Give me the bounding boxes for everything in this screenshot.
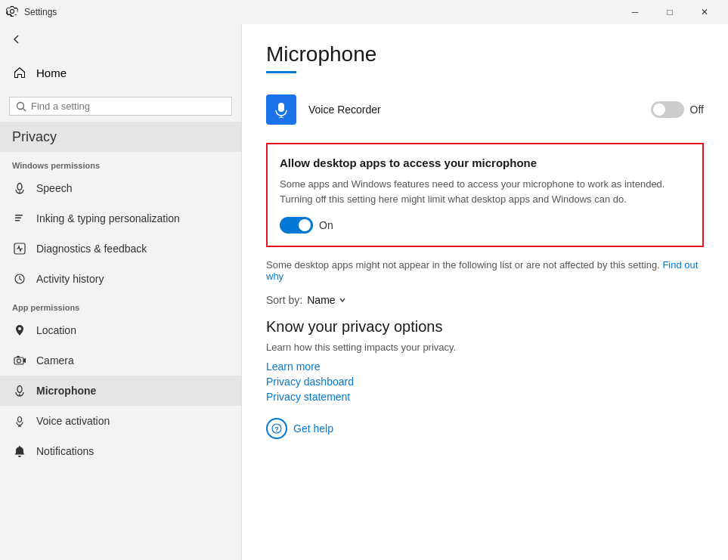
desktop-apps-toggle-label: On [319,219,333,231]
sidebar-item-voice[interactable]: Voice activation [0,406,241,436]
sidebar-item-label: Speech [36,182,72,194]
info-text: Some desktop apps might not appear in th… [266,259,704,282]
titlebar-controls: ─ □ ✕ [618,0,722,24]
voice-recorder-icon-box [266,94,296,125]
svg-point-0 [17,102,24,109]
sidebar-item-inking[interactable]: Inking & typing personalization [0,203,241,234]
sidebar-item-camera[interactable]: Camera [0,345,241,376]
privacy-section-label: Privacy [0,122,241,152]
sidebar-item-location[interactable]: Location [0,315,241,345]
titlebar: Settings ─ □ ✕ [0,0,728,24]
notifications-icon [12,444,27,459]
sidebar-item-home[interactable]: Home [0,54,241,91]
sidebar-home-label: Home [36,67,67,79]
privacy-section-desc: Learn how this setting impacts your priv… [266,342,704,353]
sidebar-item-label: Inking & typing personalization [36,212,180,224]
sidebar-item-label: Camera [36,354,74,367]
sidebar-item-label: Voice activation [36,415,110,427]
get-help-link[interactable]: Get help [293,422,333,435]
main-content: Microphone Voice Recorder Off [242,24,728,560]
privacy-section: Know your privacy options Learn how this… [266,318,704,403]
back-icon [12,35,21,44]
toggle-thumb [653,104,665,116]
sidebar-item-speech[interactable]: Speech [0,173,241,203]
titlebar-title: Settings [24,7,57,17]
diagnostics-icon [12,241,27,256]
app-container: Home Privacy Windows permissions [0,24,728,560]
chevron-down-icon [339,296,346,304]
voice-recorder-toggle-container: Off [651,101,704,118]
get-help-row[interactable]: ? Get help [266,418,704,439]
speech-icon [12,181,27,196]
back-button[interactable] [0,24,241,54]
sort-dropdown[interactable]: Name [307,294,345,306]
voice-recorder-name: Voice Recorder [308,104,639,116]
svg-text:?: ? [274,425,279,433]
info-text-content: Some desktop apps might not appear in th… [266,259,660,271]
svg-point-12 [17,386,22,393]
svg-rect-4 [15,215,23,216]
sort-value: Name [307,294,335,306]
learn-more-link[interactable]: Learn more [266,360,704,373]
svg-point-14 [18,417,22,422]
search-input[interactable] [31,101,225,112]
privacy-label: Privacy [12,129,57,145]
svg-rect-6 [15,220,20,221]
sidebar-item-label: Microphone [36,385,96,397]
svg-rect-17 [278,103,284,112]
sidebar: Home Privacy Windows permissions [0,24,242,560]
sidebar-item-label: Location [36,324,76,336]
voice-recorder-icon [273,101,290,118]
sort-label: Sort by: [266,294,302,306]
location-icon [12,323,27,338]
svg-line-1 [23,108,26,111]
maximize-button[interactable]: □ [652,0,687,24]
toggle-thumb [299,219,311,231]
desktop-apps-desc: Some apps and Windows features need to a… [280,177,690,206]
sort-row: Sort by: Name [266,294,704,306]
minimize-button[interactable]: ─ [618,0,652,24]
voice-recorder-toggle[interactable] [651,101,684,118]
svg-rect-11 [17,356,20,357]
voice-icon [12,413,27,429]
svg-rect-9 [14,357,23,364]
close-button[interactable]: ✕ [687,0,722,24]
inking-icon [12,211,27,226]
home-icon [12,65,27,80]
svg-point-2 [17,184,22,190]
camera-icon [12,353,27,368]
voice-recorder-row: Voice Recorder Off [266,88,704,131]
windows-permissions-label: Windows permissions [0,152,241,173]
desktop-apps-toggle[interactable] [280,217,313,234]
desktop-apps-toggle-container: On [280,217,690,234]
voice-recorder-toggle-label: Off [690,104,704,116]
desktop-apps-box: Allow desktop apps to access your microp… [266,143,704,247]
get-help-icon: ? [266,418,287,439]
settings-icon [6,5,18,20]
desktop-apps-title: Allow desktop apps to access your microp… [280,156,690,169]
page-title: Microphone [266,42,704,67]
search-box[interactable] [9,97,232,116]
question-icon: ? [271,423,282,434]
activity-icon [12,271,27,286]
sidebar-item-label: Activity history [36,273,104,285]
sidebar-item-label: Notifications [36,445,94,457]
privacy-dashboard-link[interactable]: Privacy dashboard [266,376,704,388]
sidebar-item-microphone[interactable]: Microphone [0,376,241,406]
microphone-icon [12,383,27,398]
title-underline [266,71,296,73]
svg-point-10 [17,359,21,363]
search-icon [16,101,26,112]
app-permissions-label: App permissions [0,294,241,315]
sidebar-item-diagnostics[interactable]: Diagnostics & feedback [0,234,241,264]
privacy-section-title: Know your privacy options [266,318,704,336]
sidebar-item-activity[interactable]: Activity history [0,264,241,294]
privacy-links: Learn more Privacy dashboard Privacy sta… [266,360,704,403]
sidebar-item-label: Diagnostics & feedback [36,243,147,255]
svg-rect-5 [15,218,21,219]
privacy-statement-link[interactable]: Privacy statement [266,391,704,403]
titlebar-left: Settings [6,5,57,20]
sidebar-item-notifications[interactable]: Notifications [0,436,241,466]
